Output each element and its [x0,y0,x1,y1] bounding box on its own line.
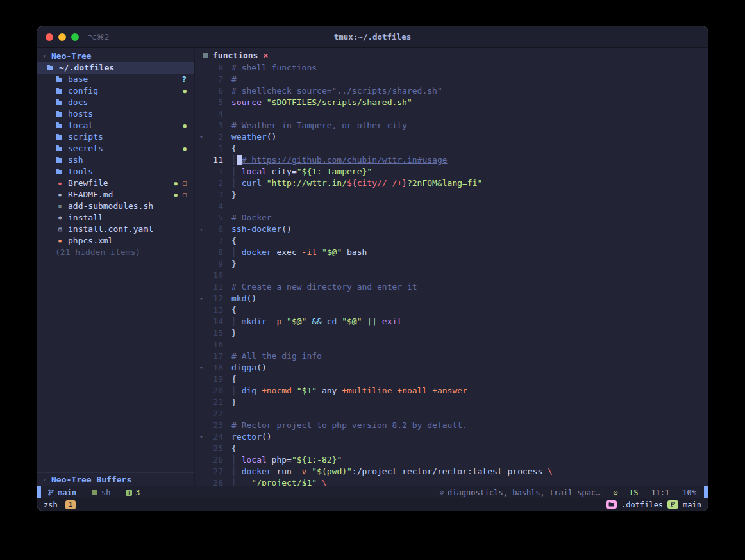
code-line[interactable]: 28│ "/project/$1" \ [196,477,708,486]
tree-root-item[interactable]: ~/.dotfiles [37,62,194,74]
token: docker [242,247,272,257]
fold-chevron-icon[interactable]: ▾ [196,293,206,304]
fold-column [196,201,206,212]
code-line[interactable]: 9} [196,258,708,270]
code-line[interactable]: 11# Create a new directory and enter it [196,281,708,293]
code-line[interactable]: ▾18digga() [196,362,708,374]
tmux-window-badge[interactable]: 1 [65,500,76,509]
fold-chevron-icon[interactable]: ▾ [196,431,206,443]
git-modified-badge: ● [174,177,178,189]
code-line[interactable]: 14│ mkdir -p "$@" && cd "$@" || exit [196,316,708,327]
code-line[interactable]: 22 [196,408,708,420]
code-line[interactable]: 17# All the dig info [196,350,708,362]
git-untracked-badge: ? [181,74,187,85]
tree-item-Brewfile[interactable]: ◆Brewfile●□ [37,177,194,189]
tree-item-scripts[interactable]: scripts [37,131,194,143]
code-line[interactable]: 7{ [196,235,708,247]
code-line[interactable]: 15} [196,327,708,339]
close-window-button[interactable] [46,33,53,41]
tree-item-phpcs.xml[interactable]: ▪phpcs.xml [37,235,194,247]
code-line[interactable]: 11│ # https://github.com/chubin/wttr.in#… [196,154,708,166]
tree-item-config[interactable]: config● [37,85,194,97]
code-line[interactable]: 2│ curl "http://wttr.in/${city// /+}?2nF… [196,177,708,189]
tree-item-tools[interactable]: tools [37,166,194,177]
tree-item-local[interactable]: local● [37,120,194,131]
code-line[interactable]: 27│ docker run -v "$(pwd)":/project rect… [196,466,708,477]
token: +nocmd [262,386,292,395]
token: local [242,455,267,465]
macos-window: ⌥⌘2 tmux:~/.dotfiles ▾ Neo-Tree ~/.dotfi… [37,26,708,511]
code-area[interactable]: 8# shell functions 7# 6# shellcheck sour… [195,62,708,486]
zoom-window-button[interactable] [71,33,79,41]
tree-item-hosts[interactable]: hosts [37,108,194,120]
code-line[interactable]: 19{ [196,374,708,385]
neotree-buffers-section[interactable]: › Neo-Tree Buffers [37,473,194,486]
code-line[interactable]: 21} [196,397,708,408]
code-text: │ curl "http://wttr.in/${city// /+}?2nFQ… [231,177,482,189]
tree-item-install[interactable]: ✱install [37,212,194,224]
code-line[interactable]: 25{ [196,443,708,454]
tree-item-label: tools [68,166,93,177]
tree-item-add-submodules.sh[interactable]: ▪add-submodules.sh [37,201,194,212]
git-modified-badge: ● [183,85,187,97]
tree-item-README.md[interactable]: ▪README.md●□ [37,189,194,201]
fold-chevron-icon[interactable]: ▾ [196,224,206,235]
tree-item-secrets[interactable]: secrets● [37,143,194,154]
close-icon[interactable]: × [263,51,268,60]
code-line[interactable]: ▾12mkd() [196,293,708,304]
code-line[interactable]: 5# Docker [196,212,708,224]
code-line[interactable]: 8│ docker exec -it "$@" bash [196,247,708,258]
tree-item-install.conf.yaml[interactable]: ⚙install.conf.yaml [37,224,194,235]
code-line[interactable]: 1│ local city="${1:-Tampere}" [196,166,708,177]
code-line[interactable]: 4 [196,108,708,120]
code-text: { [231,443,237,454]
shell-script-icon: ▪ [55,202,65,210]
code-line[interactable]: 3} [196,189,708,201]
code-line[interactable]: 4 [196,201,708,212]
tab-functions[interactable]: functions × [203,51,268,60]
code-line[interactable]: 1{ [196,143,708,154]
code-line[interactable]: 16 [196,339,708,350]
fold-column [196,316,206,327]
folder-icon [55,87,65,95]
token: │ [231,167,242,176]
code-line[interactable]: 26│ local php="${1:-82}" [196,454,708,466]
code-line[interactable]: ▾2weather() [196,131,708,143]
fold-column [196,281,206,293]
token: │ [231,178,242,188]
fold-chevron-icon[interactable]: ▾ [196,131,206,143]
tree-item-docs[interactable]: docs [37,97,194,108]
git-branch[interactable]: main [47,488,76,497]
code-line[interactable]: ▾6ssh-docker() [196,224,708,235]
tree-item-ssh[interactable]: ssh [37,154,194,166]
token [281,317,287,326]
code-line[interactable]: 5source "$DOTFILES/scripts/shared.sh" [196,97,708,108]
token: +multiline [342,386,392,395]
fold-column [196,374,206,385]
code-line[interactable]: 13{ [196,304,708,316]
fold-column [196,62,206,74]
code-line[interactable]: ▾24rector() [196,431,708,443]
token: # https://github.com/chubin/wttr.in#usag… [242,155,448,165]
token: │ [231,466,242,476]
code-line[interactable]: 6# shellcheck source="../scripts/shared.… [196,85,708,97]
code-line[interactable]: 10 [196,270,708,281]
chevron-right-icon: › [42,476,51,483]
gear-icon: ⚙ [439,488,444,497]
token: { [231,236,237,245]
treesitter-icon: ⊙ [613,488,617,497]
minimize-window-button[interactable] [58,33,66,41]
code-line[interactable]: 8# shell functions [196,62,708,74]
neotree-header[interactable]: ▾ Neo-Tree [37,51,194,62]
tmux-branch-name: main [683,500,701,509]
fold-chevron-icon[interactable]: ▾ [196,362,206,374]
treesitter-label: TS [629,488,638,497]
cursor [237,155,242,165]
tree-item-base[interactable]: base? [37,74,194,85]
code-text: # Weather in Tampere, or other city [231,120,407,131]
code-line[interactable]: 7# [196,74,708,85]
code-line[interactable]: 20│ dig +nocmd "$1" any +multiline +noal… [196,385,708,397]
code-line[interactable]: 3# Weather in Tampere, or other city [196,120,708,131]
line-number: 8 [206,247,223,258]
code-line[interactable]: 23# Rector project to php version 8.2 by… [196,420,708,431]
